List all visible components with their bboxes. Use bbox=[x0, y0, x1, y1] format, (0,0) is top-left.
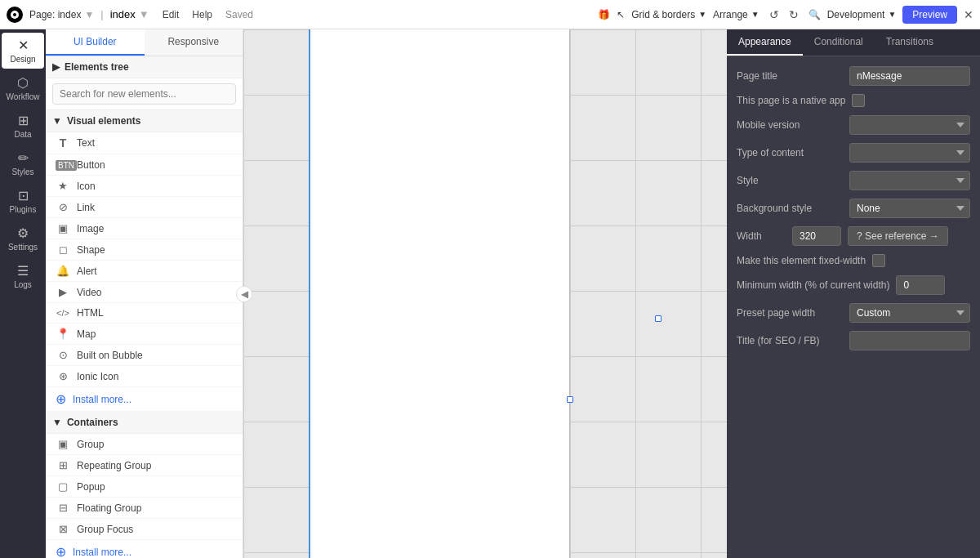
install-more-containers[interactable]: ⊕ Install more... bbox=[46, 540, 243, 558]
background-style-row: Background style None bbox=[737, 199, 970, 218]
grid-borders-button[interactable]: Grid & borders ▼ bbox=[631, 9, 706, 20]
element-group-focus[interactable]: ⊠ Group Focus bbox=[46, 519, 243, 540]
page-selector[interactable]: Page: index ▼ bbox=[29, 9, 94, 20]
element-group[interactable]: ▣ Group bbox=[46, 434, 243, 455]
style-select[interactable] bbox=[849, 171, 970, 190]
sidebar-item-settings[interactable]: ⚙ Settings bbox=[2, 221, 44, 257]
tab-responsive[interactable]: Responsive bbox=[145, 29, 243, 56]
settings-label: Settings bbox=[8, 243, 38, 252]
visual-elements-arrow: ▼ bbox=[52, 115, 62, 127]
native-app-value bbox=[852, 94, 970, 107]
text-icon: T bbox=[56, 136, 70, 150]
min-width-input[interactable] bbox=[896, 275, 945, 295]
sidebar-item-design[interactable]: ✕ Design bbox=[2, 33, 44, 69]
tab-transitions[interactable]: Transitions bbox=[875, 29, 945, 56]
link-icon: ⊘ bbox=[56, 201, 70, 213]
visual-elements-header[interactable]: ▼ Visual elements bbox=[46, 110, 243, 132]
native-app-checkbox[interactable] bbox=[852, 94, 865, 107]
background-style-select[interactable]: None bbox=[849, 199, 970, 218]
sidebar-item-plugins[interactable]: ⊡ Plugins bbox=[2, 183, 44, 219]
topbar-right: 🎁 ↖ Grid & borders ▼ Arrange ▼ ↺ ↻ 🔍 Dev… bbox=[598, 6, 973, 24]
gift-button[interactable]: 🎁 bbox=[598, 9, 610, 20]
fixed-width-value bbox=[872, 254, 970, 267]
arrange-button[interactable]: Arrange ▼ bbox=[713, 9, 760, 20]
popup-icon: ▢ bbox=[56, 480, 70, 493]
tab-ui-builder[interactable]: UI Builder bbox=[46, 29, 145, 56]
canvas-handle-right[interactable] bbox=[655, 315, 662, 322]
page-title-value bbox=[849, 66, 970, 86]
install-more-visual[interactable]: ⊕ Install more... bbox=[46, 387, 243, 412]
element-floating-group[interactable]: ⊟ Floating Group bbox=[46, 498, 243, 519]
sidebar-item-workflow[interactable]: ⬡ Workflow bbox=[2, 70, 44, 106]
native-app-row: This page is a native app bbox=[737, 94, 970, 107]
element-map[interactable]: 📍 Map bbox=[46, 324, 243, 345]
element-video[interactable]: ▶ Video bbox=[46, 282, 243, 303]
preview-button[interactable]: Preview bbox=[902, 6, 957, 24]
popup-label: Popup bbox=[77, 481, 105, 493]
see-reference-button[interactable]: ? See reference → bbox=[848, 226, 948, 246]
shape-icon: ◻ bbox=[56, 243, 70, 256]
element-ionic-icon[interactable]: ⊛ Ionic Icon bbox=[46, 366, 243, 387]
collapse-panel-button[interactable]: ◀ bbox=[236, 286, 252, 302]
button-icon: BTN bbox=[56, 158, 70, 171]
html-label: HTML bbox=[77, 307, 104, 319]
element-image[interactable]: ▣ Image bbox=[46, 218, 243, 239]
title-seo-input[interactable] bbox=[849, 331, 970, 350]
floating-group-label: Floating Group bbox=[77, 502, 141, 514]
install-more-containers-icon: ⊕ bbox=[56, 544, 66, 558]
width-input[interactable] bbox=[792, 226, 841, 246]
development-button[interactable]: Development ▼ bbox=[827, 9, 897, 20]
edit-link[interactable]: Edit bbox=[163, 9, 180, 20]
element-icon[interactable]: ★ Icon bbox=[46, 176, 243, 197]
page-title-input[interactable] bbox=[849, 66, 970, 86]
type-of-content-select[interactable] bbox=[849, 143, 970, 163]
sidebar-item-logs[interactable]: ☰ Logs bbox=[2, 258, 44, 294]
redo-button[interactable]: ↻ bbox=[786, 7, 802, 23]
tab-conditional[interactable]: Conditional bbox=[803, 29, 875, 56]
elements-tree-label: Elements tree bbox=[65, 61, 129, 73]
canvas-handle-bottom[interactable] bbox=[567, 396, 573, 403]
svg-point-1 bbox=[13, 13, 16, 16]
help-link[interactable]: Help bbox=[192, 9, 212, 20]
min-width-value bbox=[896, 275, 970, 295]
mobile-version-select[interactable] bbox=[849, 115, 970, 135]
style-value bbox=[849, 171, 970, 190]
element-button[interactable]: BTN Button bbox=[46, 154, 243, 176]
saved-status: Saved bbox=[225, 9, 253, 20]
element-link[interactable]: ⊘ Link bbox=[46, 197, 243, 218]
element-html[interactable]: </> HTML bbox=[46, 303, 243, 324]
element-alert[interactable]: 🔔 Alert bbox=[46, 261, 243, 282]
icon-label: Icon bbox=[77, 181, 96, 192]
element-shape[interactable]: ◻ Shape bbox=[46, 239, 243, 261]
element-repeating-group[interactable]: ⊞ Repeating Group bbox=[46, 455, 243, 476]
page-title-label: Page title bbox=[737, 70, 843, 82]
containers-header[interactable]: ▼ Containers bbox=[46, 412, 243, 434]
group-focus-icon: ⊠ bbox=[56, 523, 70, 535]
title-seo-label: Title (for SEO / FB) bbox=[737, 335, 843, 346]
mobile-version-row: Mobile version bbox=[737, 115, 970, 135]
element-text[interactable]: T Text bbox=[46, 132, 243, 154]
app-logo bbox=[7, 7, 23, 23]
background-style-value: None bbox=[849, 199, 970, 218]
text-label: Text bbox=[77, 137, 95, 149]
cursor-button[interactable]: ↖ bbox=[617, 9, 625, 20]
sidebar-item-styles[interactable]: ✏ Styles bbox=[2, 145, 44, 181]
search-button[interactable]: 🔍 bbox=[808, 9, 821, 20]
search-input[interactable] bbox=[52, 83, 236, 105]
fixed-width-checkbox[interactable] bbox=[872, 254, 885, 267]
page-label: Page: index bbox=[29, 9, 81, 20]
close-button[interactable]: ✕ bbox=[964, 8, 973, 21]
elements-tree-header[interactable]: ▶ Elements tree bbox=[46, 56, 243, 78]
undo-button[interactable]: ↺ bbox=[766, 7, 782, 23]
element-popup[interactable]: ▢ Popup bbox=[46, 476, 243, 498]
preset-page-width-select[interactable]: Custom bbox=[849, 303, 970, 323]
install-more-visual-icon: ⊕ bbox=[56, 391, 66, 407]
index-selector[interactable]: index ▼ bbox=[110, 8, 149, 20]
preset-page-width-row: Preset page width Custom bbox=[737, 303, 970, 323]
sidebar-item-data[interactable]: ⊞ Data bbox=[2, 108, 44, 144]
topbar-actions: Edit Help Saved bbox=[163, 9, 253, 20]
ionic-icon-icon: ⊛ bbox=[56, 370, 70, 382]
element-builtonbubble[interactable]: ⊙ Built on Bubble bbox=[46, 345, 243, 366]
builtonbubble-icon: ⊙ bbox=[56, 349, 70, 361]
tab-appearance[interactable]: Appearance bbox=[727, 29, 803, 56]
